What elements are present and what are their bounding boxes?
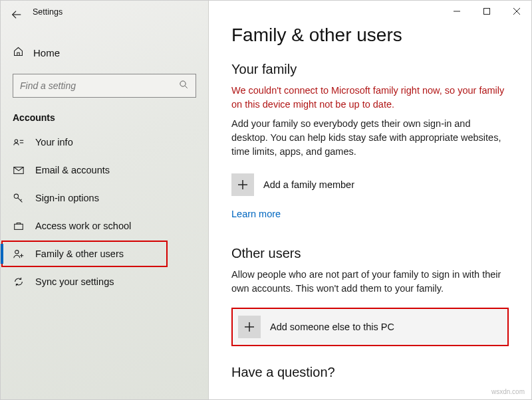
question-heading: Have a question? — [231, 365, 509, 380]
family-error-text: We couldn't connect to Microsoft family … — [231, 84, 509, 112]
nav-label: Family & other users — [35, 249, 124, 259]
add-other-label: Add someone else to this PC — [270, 322, 394, 332]
person-card-icon — [13, 136, 25, 148]
plus-icon — [231, 173, 254, 196]
plus-icon — [238, 316, 261, 338]
home-icon — [13, 46, 24, 59]
settings-window: Settings Home Accounts Your info — [0, 0, 532, 400]
content-pane: Family & other users Your family We coul… — [209, 1, 531, 399]
maximize-button[interactable] — [471, 1, 501, 21]
nav-label: Access work or school — [35, 221, 131, 231]
svg-rect-1 — [483, 9, 489, 15]
svg-line-12 — [18, 198, 23, 203]
nav-family-other-users[interactable]: Family & other users — [1, 240, 168, 268]
close-button[interactable] — [501, 1, 531, 21]
nav-label: Your info — [35, 137, 73, 148]
people-plus-icon — [13, 248, 25, 260]
briefcase-icon — [13, 220, 25, 232]
minimize-button[interactable] — [442, 1, 471, 21]
add-family-member-button[interactable]: Add a family member — [231, 171, 509, 199]
search-input[interactable] — [20, 80, 155, 91]
nav-label: Sync your settings — [35, 276, 114, 287]
nav-label: Sign-in options — [35, 193, 99, 203]
search-box[interactable] — [13, 74, 196, 98]
nav-your-info[interactable]: Your info — [1, 128, 208, 156]
titlebar — [1, 1, 531, 22]
key-icon — [13, 192, 25, 204]
svg-point-15 — [15, 250, 19, 254]
page-title: Family & other users — [231, 25, 509, 46]
nav-sync-settings[interactable]: Sync your settings — [1, 268, 208, 296]
other-users-heading: Other users — [231, 246, 509, 261]
search-icon — [179, 80, 189, 92]
svg-rect-14 — [15, 224, 23, 229]
section-title: Accounts — [13, 112, 196, 123]
nav-signin-options[interactable]: Sign-in options — [1, 184, 208, 212]
family-heading: Your family — [231, 62, 509, 77]
learn-more-link[interactable]: Learn more — [231, 209, 281, 219]
nav-label: Email & accounts — [35, 165, 110, 175]
nav-list: Your info Email & accounts Sign-in optio… — [1, 128, 208, 296]
svg-point-7 — [15, 140, 18, 143]
home-label: Home — [33, 47, 60, 58]
svg-point-11 — [14, 194, 18, 198]
add-other-user-button[interactable]: Add someone else to this PC — [231, 308, 509, 346]
mail-icon — [13, 164, 25, 176]
watermark: wsxdn.com — [491, 388, 525, 395]
svg-point-5 — [180, 80, 186, 86]
svg-line-13 — [21, 199, 22, 201]
sidebar: Settings Home Accounts Your info — [1, 1, 209, 399]
other-users-description: Allow people who are not part of your fa… — [231, 268, 509, 296]
family-description: Add your family so everybody gets their … — [231, 117, 509, 159]
add-family-label: Add a family member — [263, 179, 354, 190]
sync-icon — [13, 276, 25, 288]
svg-line-6 — [185, 86, 187, 88]
nav-email-accounts[interactable]: Email & accounts — [1, 156, 208, 184]
home-nav[interactable]: Home — [1, 39, 208, 66]
nav-access-work-school[interactable]: Access work or school — [1, 212, 208, 240]
